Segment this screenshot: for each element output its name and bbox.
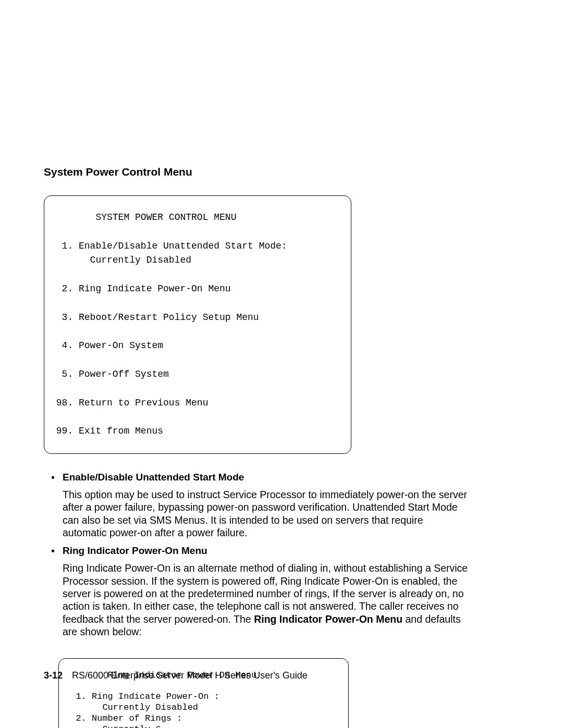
bullet-heading-1: Enable/Disable Unattended Start Mode: [63, 472, 516, 483]
page-number: 3-12: [44, 670, 63, 681]
section-heading: System Power Control Menu: [44, 166, 516, 178]
bullet-list: Enable/Disable Unattended Start Mode Thi…: [51, 472, 516, 638]
bullet-text-1: This option may be used to instruct Serv…: [63, 488, 469, 539]
footer-title: RS/6000 Enterprise Server Model H Series…: [72, 670, 308, 681]
bullet-heading-2: Ring Indicator Power-On Menu: [63, 545, 516, 557]
bullet-text-2: Ring Indicate Power-On is an alternate m…: [63, 562, 469, 638]
bullet-item-2: Ring Indicator Power-On Menu Ring Indica…: [51, 545, 516, 638]
terminal-menu-ring: Ring Indicator Power-On Menu 1. Ring Ind…: [58, 658, 349, 729]
terminal-menu-main: SYSTEM POWER CONTROL MENU 1. Enable/Disa…: [44, 195, 351, 454]
page-content: System Power Control Menu SYSTEM POWER C…: [0, 0, 563, 728]
bullet-item-1: Enable/Disable Unattended Start Mode Thi…: [51, 472, 516, 539]
page-footer: 3-12RS/6000 Enterprise Server Model H Se…: [44, 670, 308, 681]
bullet-text-2-bold: Ring Indicator Power-On Menu: [254, 613, 402, 625]
